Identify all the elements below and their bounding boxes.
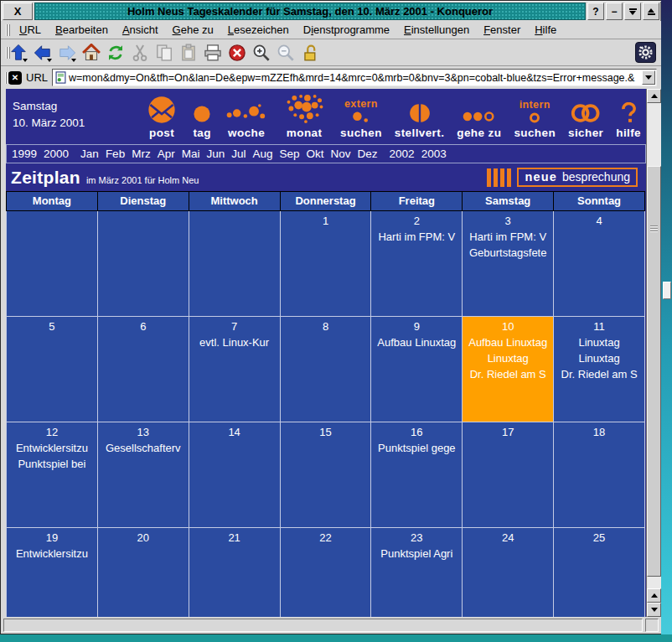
year-link[interactable]: 2000: [44, 148, 69, 160]
shade-up-icon: [648, 8, 655, 15]
calendar-day-cell[interactable]: 1: [281, 211, 371, 316]
shade-button[interactable]: [643, 3, 659, 20]
scrollbar-thumb[interactable]: [647, 166, 661, 577]
zoom-in-icon[interactable]: [251, 42, 272, 64]
calendar-day-cell[interactable]: 15: [281, 422, 371, 527]
month-link[interactable]: Okt: [307, 148, 324, 160]
calendar-day-cell[interactable]: 9 Aufbau Linuxtag: [371, 317, 462, 422]
nav-sicher[interactable]: sicher: [568, 93, 603, 139]
calendar-day-cell[interactable]: 13 Gesellschafterv: [98, 422, 189, 527]
month-link[interactable]: Jun: [206, 148, 225, 160]
calendar-day-cell[interactable]: 20: [98, 528, 189, 617]
nav-woche[interactable]: woche: [225, 93, 268, 139]
day-number: 16: [371, 425, 462, 441]
month-link[interactable]: Jul: [231, 148, 246, 160]
menu-item[interactable]: Gehe zu: [173, 23, 214, 36]
maximize-button[interactable]: [624, 3, 641, 20]
desktop-edge: [661, 0, 672, 642]
close-button[interactable]: X: [3, 3, 33, 20]
stop-icon[interactable]: [226, 42, 248, 64]
month-link[interactable]: Dez: [358, 148, 378, 160]
month-link[interactable]: Mai: [182, 148, 200, 160]
calendar-day-cell[interactable]: 10 Aufbau Linuxtag Linuxtag Dr. Riedel a…: [463, 317, 553, 422]
new-meeting-button[interactable]: neue besprechung: [487, 168, 638, 187]
calendar-day-cell[interactable]: 14: [189, 422, 280, 527]
calendar-day-cell[interactable]: 22: [281, 528, 371, 617]
help-button[interactable]: ?: [587, 3, 604, 20]
nav-tag[interactable]: tag: [192, 93, 212, 139]
reload-icon[interactable]: [105, 42, 127, 64]
calendar-day-cell[interactable]: 23 Punktspiel Agri: [371, 528, 462, 617]
calendar-day-cell[interactable]: [7, 211, 97, 316]
menu-item[interactable]: Bearbeiten: [55, 23, 108, 36]
back-icon[interactable]: [32, 42, 54, 64]
nav-hilfe[interactable]: hilfe: [616, 93, 641, 139]
kde-gear-icon[interactable]: [635, 42, 656, 63]
calendar-day-cell[interactable]: 2 Harti im FPM: V: [371, 211, 462, 316]
month-link[interactable]: Sep: [280, 148, 300, 160]
forward-icon[interactable]: [56, 42, 78, 64]
menu-item[interactable]: Dienstprogramme: [303, 23, 390, 36]
calendar-day-cell[interactable]: 6: [98, 317, 189, 422]
scroll-down-button[interactable]: [647, 603, 661, 617]
year-link[interactable]: 2003: [421, 148, 447, 160]
cut-icon[interactable]: [129, 42, 151, 64]
calendar-day-cell[interactable]: 17: [463, 422, 553, 527]
menu-item[interactable]: Ansicht: [122, 23, 158, 36]
nav-intern-suchen[interactable]: intern suchen: [514, 93, 556, 139]
nav-extern-suchen[interactable]: extern suchen: [340, 93, 382, 139]
calendar-day-cell[interactable]: 16 Punktspiel gege: [371, 422, 462, 527]
nav-monat[interactable]: monat: [281, 93, 328, 139]
calendar-day-cell[interactable]: 3 Harti im FPM: V Geburtstagsfete: [463, 211, 553, 316]
minimize-button[interactable]: −: [606, 3, 623, 20]
scroll-up-button-bottom[interactable]: [647, 588, 661, 603]
month-link[interactable]: Nov: [331, 148, 351, 160]
scroll-up-button[interactable]: [647, 89, 661, 103]
calendar-page: Samstag 10. März 2001 post: [6, 89, 646, 617]
zoom-out-icon[interactable]: [275, 42, 297, 64]
location-bar: ✕ URL: [1, 66, 661, 89]
lock-icon[interactable]: [299, 42, 321, 64]
paste-icon[interactable]: [178, 42, 199, 64]
calendar-day-cell[interactable]: [189, 211, 280, 316]
resize-grip[interactable]: [645, 619, 659, 632]
copy-icon[interactable]: [153, 42, 175, 64]
calendar-day-cell[interactable]: 7 evtl. Linux-Kur: [189, 317, 280, 422]
month-link[interactable]: Jan: [80, 148, 99, 160]
menu-item[interactable]: Fenster: [483, 23, 520, 36]
calendar-day-cell[interactable]: [98, 211, 189, 316]
month-link[interactable]: Apr: [158, 148, 175, 160]
calendar-day-cell[interactable]: 19 Entwicklersitzu: [7, 528, 97, 617]
month-link[interactable]: Feb: [106, 148, 125, 160]
up-icon[interactable]: [8, 42, 29, 64]
month-link[interactable]: Aug: [252, 148, 272, 160]
clear-location-icon[interactable]: ✕: [8, 71, 22, 85]
month-link[interactable]: Mrz: [132, 148, 151, 160]
toolbar-gripper[interactable]: [6, 24, 10, 36]
calendar-day-cell[interactable]: 5: [7, 317, 97, 422]
calendar-day-cell[interactable]: 12 Entwicklersitzu Punktspiel bei: [7, 422, 97, 527]
menu-item[interactable]: URL: [19, 23, 41, 36]
home-icon[interactable]: [80, 42, 102, 64]
calendar-day-cell[interactable]: 8: [281, 317, 371, 422]
menu-item[interactable]: Lesezeichen: [228, 23, 289, 36]
year-link[interactable]: 1999: [12, 148, 37, 160]
calendar-day-cell[interactable]: 18: [554, 422, 644, 527]
panel-hide-handle[interactable]: [663, 282, 671, 299]
menu-item[interactable]: Hilfe: [535, 23, 556, 36]
year-link[interactable]: 2002: [390, 148, 415, 160]
calendar-day-cell[interactable]: 11 Linuxtag Linuxtag Dr. Riedel am S: [554, 317, 644, 422]
print-icon[interactable]: [202, 42, 224, 64]
url-input[interactable]: [69, 72, 639, 84]
window-title[interactable]: Holm Neus Tageskalender für Samstag, den…: [34, 3, 586, 20]
nav-post[interactable]: post: [144, 93, 179, 139]
scrollbar-track[interactable]: [647, 103, 661, 588]
calendar-day-cell[interactable]: 24: [463, 528, 553, 617]
nav-gehe-zu[interactable]: gehe zu: [457, 93, 501, 139]
menu-item[interactable]: Einstellungen: [404, 23, 469, 36]
url-dropdown-button[interactable]: [642, 70, 655, 85]
nav-stellvertreter[interactable]: stellvert.: [395, 93, 445, 139]
calendar-day-cell[interactable]: 21: [189, 528, 280, 617]
calendar-day-cell[interactable]: 25: [554, 528, 644, 617]
calendar-day-cell[interactable]: 4: [554, 211, 644, 316]
